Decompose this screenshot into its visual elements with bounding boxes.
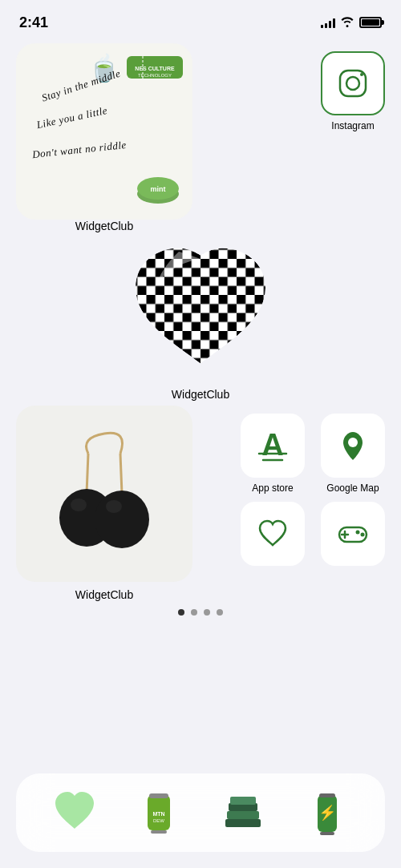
appstore-icon: A bbox=[241, 414, 305, 478]
dock-energy-app[interactable]: ⚡ bbox=[299, 785, 355, 841]
googlemap-icon bbox=[321, 414, 385, 478]
appstore-label: App store bbox=[252, 482, 293, 494]
svg-text:DEW: DEW bbox=[153, 818, 164, 823]
dot-2 bbox=[191, 609, 197, 616]
svg-point-18 bbox=[106, 500, 122, 513]
appstore-app[interactable]: A App store bbox=[241, 414, 305, 494]
svg-rect-29 bbox=[149, 793, 168, 798]
text-line-3: Don't want no riddle bbox=[31, 139, 127, 161]
home-screen: NES CULTURE TECHNOLOGY 🍵 Stay in the mid… bbox=[0, 35, 401, 640]
svg-point-8 bbox=[346, 77, 359, 90]
svg-rect-34 bbox=[227, 811, 259, 819]
svg-point-17 bbox=[95, 491, 149, 548]
signal-icon bbox=[321, 17, 335, 28]
dock-heart-app[interactable] bbox=[47, 785, 103, 841]
dot-3 bbox=[204, 609, 210, 616]
text-line-2: Like you a little bbox=[35, 104, 108, 131]
widgetclub-cherries-widget[interactable] bbox=[16, 406, 192, 582]
app-grid-right: A App store Google Map bbox=[241, 406, 385, 566]
svg-rect-39 bbox=[320, 832, 334, 835]
svg-point-9 bbox=[360, 73, 363, 76]
gamepad-app[interactable] bbox=[321, 502, 385, 566]
widgetclub-label-1: WidgetClub bbox=[75, 220, 133, 232]
widgetclub-label-3: WidgetClub bbox=[75, 588, 133, 601]
wifi-icon bbox=[340, 16, 354, 30]
svg-text:MTN: MTN bbox=[152, 811, 164, 817]
instagram-label: Instagram bbox=[331, 120, 374, 131]
app-row-bottom bbox=[241, 502, 385, 566]
widgetclub-heart-widget[interactable] bbox=[128, 237, 273, 382]
dock-soda-app[interactable]: MTN DEW bbox=[131, 785, 187, 841]
svg-rect-30 bbox=[151, 830, 167, 834]
googlemap-app[interactable]: Google Map bbox=[321, 414, 385, 494]
status-icons bbox=[321, 16, 382, 30]
svg-rect-33 bbox=[225, 819, 261, 827]
instagram-icon bbox=[321, 51, 385, 115]
status-time: 2:41 bbox=[19, 14, 48, 31]
status-bar: 2:41 bbox=[0, 0, 401, 35]
svg-point-25 bbox=[361, 533, 365, 537]
svg-text:mint: mint bbox=[151, 185, 166, 193]
svg-line-13 bbox=[87, 454, 88, 494]
mint-sticker: mint bbox=[135, 172, 181, 208]
widgetclub-label-2: WidgetClub bbox=[172, 388, 229, 401]
dock: MTN DEW ⚡ bbox=[16, 773, 385, 852]
heart-icon bbox=[241, 502, 305, 566]
heart-app[interactable] bbox=[241, 502, 305, 566]
widgetclub-widget-1[interactable]: NES CULTURE TECHNOLOGY 🍵 Stay in the mid… bbox=[16, 43, 192, 220]
battery-icon bbox=[359, 17, 382, 28]
gamepad-icon bbox=[321, 502, 385, 566]
app-row-top: A App store Google Map bbox=[241, 414, 385, 494]
googlemap-label: Google Map bbox=[326, 482, 379, 494]
svg-point-22 bbox=[348, 438, 358, 447]
dot-1 bbox=[178, 609, 184, 616]
svg-point-16 bbox=[71, 499, 87, 511]
svg-text:⚡: ⚡ bbox=[318, 804, 337, 822]
dock-books-app[interactable] bbox=[215, 785, 271, 841]
svg-rect-36 bbox=[230, 797, 256, 805]
page-dots bbox=[16, 609, 385, 616]
svg-line-14 bbox=[120, 454, 122, 494]
dot-4 bbox=[217, 609, 223, 616]
text-line-1: Stay in the middle bbox=[40, 67, 122, 105]
svg-rect-38 bbox=[319, 793, 335, 797]
instagram-app[interactable]: Instagram bbox=[321, 51, 385, 131]
svg-text:A: A bbox=[261, 428, 283, 462]
svg-point-24 bbox=[356, 531, 360, 535]
